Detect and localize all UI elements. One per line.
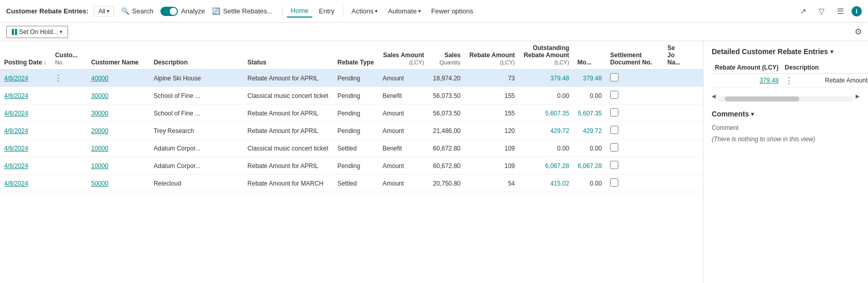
cell-rebate-amount: 429.72 [519,122,573,140]
col-rebate-type[interactable]: Rebate Type [333,41,378,70]
cell-posting-date: 4/8/2024 [0,175,51,192]
more-checkbox[interactable] [610,73,618,81]
cell-posting-date: 4/8/2024 [0,87,51,105]
filter-all-button[interactable]: All ▾ [94,6,114,16]
rebate-entries-table: Posting Date ↓ Custo...No. Customer Name… [0,41,703,192]
col-settlement-doc[interactable]: SettlementDocument No. [606,41,663,70]
cell-outstanding-rebate: 0.00 [574,140,606,157]
cell-sales-amount: 60,672.80 [428,157,465,175]
fewer-options-button[interactable]: Fewer options [427,5,478,17]
cell-kebab[interactable]: ⋮ [51,70,87,87]
filter-label: All [99,8,105,15]
columns-icon-button[interactable]: ☰ [833,4,847,19]
analyze-toggle[interactable] [160,7,178,16]
col-description[interactable]: Description [150,41,243,70]
scrollbar-track[interactable] [718,96,854,102]
col-customer-no[interactable]: Custo...No. [51,41,87,70]
cell-status: Pending [333,157,378,175]
col-rebate-amount[interactable]: Rebate Amount(LCY) [465,41,519,70]
automate-chevron-icon: ▾ [418,8,421,14]
automate-menu-button[interactable]: Automate ▾ [384,5,425,17]
cell-kebab[interactable] [51,157,87,175]
set-on-hold-button[interactable]: Set On Hold... ▾ [6,26,68,38]
col-se-jo-na[interactable]: SeJoNa... [663,41,695,70]
table-row[interactable]: 4/8/2024 10000 Adatum Corpor... Classica… [0,140,703,157]
panel-col-rebate-amount[interactable]: Rebate Amount (LCY) [712,62,782,74]
col-customer-name[interactable]: Customer Name [87,41,150,70]
more-checkbox[interactable] [610,108,618,116]
cell-se-jo-na [695,70,703,87]
cell-sales-amount: 21,486.00 [428,122,465,140]
cell-rebate-type: Amount [379,105,429,122]
cell-kebab[interactable] [51,140,87,157]
col-sales-amount[interactable]: Sales Amount(LCY) [379,41,429,70]
settle-rebates-icon: 🔄 [212,7,220,15]
panel-table-row[interactable]: 379.48 ⋮ Rebate Amount for APRIL [712,74,868,88]
panel-title-chevron-icon: ▾ [830,48,833,55]
search-button[interactable]: 🔍 Search [116,5,158,17]
table-row[interactable]: 4/8/2024 10000 Adatum Corpor... Rebate A… [0,157,703,175]
table-row[interactable]: 4/8/2024 30000 School of Fine ... Rebate… [0,105,703,122]
col-more[interactable]: Mo... [574,41,606,70]
table-row[interactable]: 4/8/2024 30000 School of Fine ... Classi… [0,87,703,105]
cell-posting-date: 4/8/2024 [0,70,51,87]
panel-cell-kebab[interactable]: ⋮ [782,74,822,88]
cell-customer-name: School of Fine ... [150,105,243,122]
home-nav-link[interactable]: Home [287,5,313,18]
cell-kebab[interactable] [51,122,87,140]
table-row[interactable]: 4/8/2024 20000 Trey Research Rebate Amou… [0,122,703,140]
more-checkbox[interactable] [610,161,618,169]
cell-sales-quantity: 109 [465,157,519,175]
more-checkbox[interactable] [610,143,618,152]
cell-settlement-doc [663,105,695,122]
scroll-right-arrow-icon[interactable]: ▶ [856,93,860,99]
cell-rebate-type: Amount [379,70,429,87]
cell-description: Rebate Amount for APRIL [243,70,334,87]
cell-sales-quantity: 155 [465,87,519,105]
comment-field-label: Comment [712,124,860,131]
action-bar: Set On Hold... ▾ ⚙ [0,23,868,41]
panel-row-context-menu[interactable]: ⋮ [783,75,795,86]
cell-settlement-doc [663,70,695,87]
cell-kebab[interactable] [51,105,87,122]
cell-settlement-doc [663,175,695,192]
more-checkbox[interactable] [610,91,618,99]
cell-outstanding-rebate: 6,067.28 [574,157,606,175]
main-container: Posting Date ↓ Custo...No. Customer Name… [0,41,868,283]
nav-separator-1 [282,6,283,16]
cell-kebab[interactable] [51,175,87,192]
page-settings-icon[interactable]: ⚙ [855,27,862,37]
cell-kebab[interactable] [51,87,87,105]
panel-entries-table: Rebate Amount (LCY) Description 379.48 ⋮… [712,62,868,88]
table-row[interactable]: 4/8/2024 ⋮ 40000 Alpine Ski House Rebate… [0,70,703,87]
cell-more [606,175,663,192]
cell-rebate-type: Amount [379,157,429,175]
share-icon-button[interactable]: ↗ [796,4,810,19]
actions-menu-button[interactable]: Actions ▾ [348,5,382,17]
settle-rebates-button[interactable]: 🔄 Settle Rebates... [207,5,277,17]
cell-sales-quantity: 109 [465,140,519,157]
col-status[interactable]: Status [243,41,334,70]
panel-cell-description: Rebate Amount for APRIL [822,74,868,88]
more-checkbox[interactable] [610,178,618,187]
table-row[interactable]: 4/8/2024 50000 Relecloud Rebate Amount f… [0,175,703,192]
panel-section-title: Detailed Customer Rebate Entries ▾ [712,47,860,56]
cell-status: Pending [333,122,378,140]
top-bar-right: ↗ ▽ ☰ i [796,4,862,19]
more-checkbox[interactable] [610,126,618,134]
info-icon-button[interactable]: i [851,6,862,16]
comments-section-title: Comments ▾ [712,110,860,118]
cell-rebate-amount: 415.02 [519,175,573,192]
col-posting-date[interactable]: Posting Date ↓ [0,41,51,70]
cell-status: Pending [333,70,378,87]
cell-rebate-amount: 5,607.35 [519,105,573,122]
col-sales-quantity[interactable]: SalesQuantity [428,41,465,70]
page-title: Customer Rebate Entries: [6,7,89,15]
row-context-menu[interactable]: ⋮ [52,73,64,84]
nav-separator-2 [343,6,343,16]
entry-nav-link[interactable]: Entry [315,5,338,17]
col-outstanding-rebate[interactable]: OutstandingRebate Amount(LCY) [519,41,573,70]
filter-icon-button[interactable]: ▽ [814,4,829,19]
scroll-left-arrow-icon[interactable]: ◀ [712,93,716,99]
panel-col-description[interactable]: Description [782,62,822,74]
